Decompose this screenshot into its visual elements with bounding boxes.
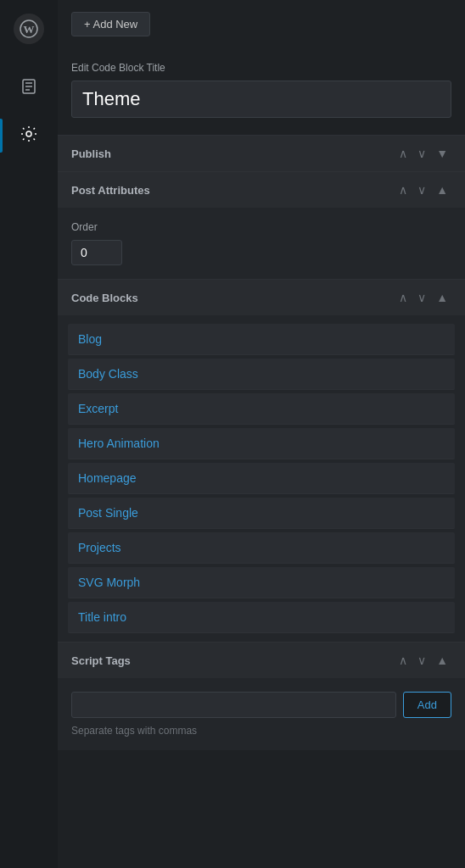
edit-title-section: Edit Code Block Title <box>58 48 465 135</box>
publish-panel-title: Publish <box>71 147 111 160</box>
code-blocks-down-icon[interactable] <box>414 290 429 305</box>
posts-icon <box>20 78 37 99</box>
post-attributes-panel: Post Attributes Order <box>58 171 465 279</box>
publish-panel-header[interactable]: Publish <box>58 136 465 171</box>
publish-panel: Publish <box>58 135 465 171</box>
post-attributes-panel-header[interactable]: Post Attributes <box>58 172 465 208</box>
code-blocks-toggle-icon[interactable] <box>433 290 451 305</box>
order-label: Order <box>71 221 451 233</box>
tags-input-row: Add <box>71 692 451 718</box>
code-blocks-up-icon[interactable] <box>395 290 411 305</box>
svg-point-6 <box>26 131 31 136</box>
script-tags-down-icon[interactable] <box>414 653 429 668</box>
code-block-list-item[interactable]: Homepage <box>68 463 455 494</box>
script-tags-toggle-icon[interactable] <box>433 653 451 668</box>
code-blocks-list: BlogBody ClassExcerptHero AnimationHomep… <box>58 315 465 642</box>
svg-text:W: W <box>24 23 35 36</box>
code-block-list-item[interactable]: Hero Animation <box>68 428 455 459</box>
code-block-list-item[interactable]: Blog <box>68 324 455 355</box>
post-attributes-toggle-icon[interactable] <box>433 182 451 198</box>
sidebar-item-settings[interactable] <box>0 112 58 159</box>
settings-icon <box>20 125 37 147</box>
publish-collapse-down-icon[interactable] <box>414 146 429 161</box>
code-block-list-item[interactable]: Title intro <box>68 602 455 633</box>
script-tags-panel: Script Tags Add Separate tags with comma… <box>58 642 465 750</box>
main-content: + Add New Edit Code Block Title Publish … <box>58 0 465 868</box>
script-tags-panel-header[interactable]: Script Tags <box>58 643 465 678</box>
code-blocks-panel-title: Code Blocks <box>71 292 138 304</box>
tags-hint: Separate tags with commas <box>71 725 451 737</box>
code-block-list-item[interactable]: Body Class <box>68 359 455 390</box>
code-block-list-item[interactable]: Post Single <box>68 498 455 529</box>
code-blocks-panel-controls <box>395 290 451 305</box>
post-attributes-down-icon[interactable] <box>414 182 429 198</box>
script-tags-panel-title: Script Tags <box>71 654 131 667</box>
post-attributes-up-icon[interactable] <box>395 182 411 198</box>
tags-input[interactable] <box>71 692 396 718</box>
add-tag-button[interactable]: Add <box>403 692 451 718</box>
script-tags-panel-controls <box>395 653 451 668</box>
post-attributes-panel-title: Post Attributes <box>71 184 150 197</box>
post-attributes-body: Order <box>58 208 465 279</box>
post-attributes-panel-controls <box>395 182 451 198</box>
code-blocks-panel-header[interactable]: Code Blocks <box>58 280 465 315</box>
publish-collapse-up-icon[interactable] <box>395 146 411 161</box>
publish-panel-controls <box>395 146 451 161</box>
script-tags-body: Add Separate tags with commas <box>58 678 465 750</box>
edit-label: Edit Code Block Title <box>71 62 451 74</box>
script-tags-up-icon[interactable] <box>395 653 411 668</box>
wordpress-logo-icon: W <box>14 14 44 44</box>
top-bar: + Add New <box>58 0 465 48</box>
publish-toggle-icon[interactable] <box>433 146 451 161</box>
sidebar-logo[interactable]: W <box>0 0 58 58</box>
code-block-list-item[interactable]: SVG Morph <box>68 567 455 598</box>
add-new-button[interactable]: + Add New <box>71 12 150 36</box>
sidebar-item-posts[interactable] <box>0 64 58 112</box>
code-block-list-item[interactable]: Projects <box>68 532 455 564</box>
sidebar: W <box>0 0 58 868</box>
code-block-list-item[interactable]: Excerpt <box>68 393 455 425</box>
title-input[interactable] <box>71 81 451 118</box>
order-input[interactable] <box>71 240 122 265</box>
code-blocks-panel: Code Blocks BlogBody ClassExcerptHero An… <box>58 279 465 642</box>
